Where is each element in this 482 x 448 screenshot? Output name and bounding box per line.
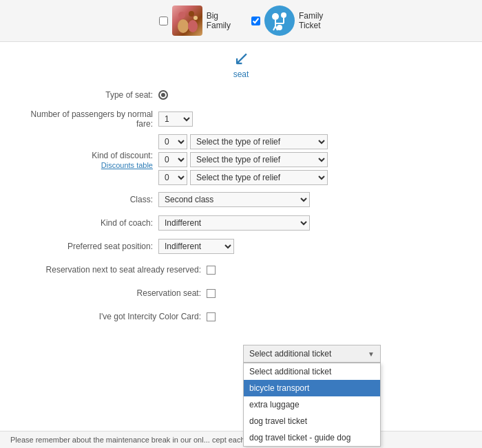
discount-relief-1[interactable]: Select the type of relief xyxy=(190,134,328,149)
additional-ticket-container: Select additional ticket ▼ Select additi… xyxy=(243,345,381,363)
discount-row: Kind of discount: Discounts table 012 Se… xyxy=(14,134,468,185)
footer: Please remember about the maintenance br… xyxy=(0,431,482,448)
coach-select[interactable]: Indifferent Couchette Sleeping xyxy=(158,215,310,231)
seat-icon: ↙ xyxy=(233,49,249,68)
passengers-select[interactable]: 1 2 3 xyxy=(158,111,193,127)
reservation-next-label: Reservation next to seat already reserve… xyxy=(14,265,207,275)
discount-qty-2[interactable]: 012 xyxy=(158,152,187,167)
dropdown-item-dog-guide[interactable]: dog travel ticket - guide dog xyxy=(244,429,380,446)
intercity-checkbox[interactable] xyxy=(207,312,216,321)
discount-label: Kind of discount: xyxy=(92,151,153,160)
coach-row: Kind of coach: Indifferent Couchette Sle… xyxy=(14,214,468,232)
additional-ticket-menu: Select additional ticket bicycle transpo… xyxy=(243,363,381,447)
big-family-label: Big Family xyxy=(207,11,231,30)
reservation-seat-row: Reservation seat: xyxy=(14,284,468,302)
reservation-next-checkbox[interactable] xyxy=(207,266,216,275)
top-bar: Big Family Family Ticket xyxy=(0,0,482,42)
svg-point-7 xyxy=(281,12,286,18)
svg-point-3 xyxy=(188,20,198,32)
big-family-icon xyxy=(172,6,202,36)
discount-relief-3[interactable]: Select the type of relief xyxy=(190,170,328,185)
type-of-seat-label: Type of seat: xyxy=(14,90,158,100)
reservation-next-row: Reservation next to seat already reserve… xyxy=(14,261,468,279)
class-select[interactable]: First class Second class No preference xyxy=(158,192,310,207)
dropdown-item-select[interactable]: Select additional ticket xyxy=(244,363,380,380)
class-label: Class: xyxy=(14,195,158,204)
coach-label: Kind of coach: xyxy=(14,218,158,228)
big-family-checkbox[interactable] xyxy=(159,17,168,25)
seat-position-select[interactable]: Indifferent Window Aisle xyxy=(158,239,234,254)
dropdown-item-dog[interactable]: dog travel ticket xyxy=(244,413,380,429)
seat-label: seat xyxy=(233,70,249,79)
discount-group: 012 Select the type of relief 012 Select… xyxy=(158,134,328,185)
passengers-row: Number of passengers by normal fare: 1 2… xyxy=(14,109,468,129)
svg-point-4 xyxy=(193,16,198,20)
type-of-seat-radio[interactable] xyxy=(158,90,168,100)
svg-point-0 xyxy=(178,12,185,19)
discount-line-3: 012 Select the type of relief xyxy=(158,170,328,185)
dropdown-arrow-icon: ▼ xyxy=(368,350,375,358)
family-ticket-checkbox[interactable] xyxy=(251,17,260,25)
type-of-seat-row: Type of seat: xyxy=(14,86,468,104)
discount-line-2: 012 Select the type of relief xyxy=(158,152,328,167)
discount-line-1: 012 Select the type of relief xyxy=(158,134,328,149)
family-ticket-label: Family Ticket xyxy=(299,11,323,30)
svg-point-1 xyxy=(189,11,194,17)
class-row: Class: First class Second class No prefe… xyxy=(14,191,468,209)
additional-ticket-trigger-label: Select additional ticket xyxy=(249,349,331,359)
discount-qty-1[interactable]: 012 xyxy=(158,134,187,149)
family-ticket-icon xyxy=(264,6,295,36)
dropdown-item-luggage[interactable]: extra luggage xyxy=(244,396,380,413)
seat-position-label: Preferred seat position: xyxy=(14,242,158,251)
passengers-label: Number of passengers by normal fare: xyxy=(14,109,158,129)
reservation-seat-label: Reservation seat: xyxy=(14,288,207,298)
intercity-row: I've got Intercity Color Card: xyxy=(14,308,468,326)
svg-point-2 xyxy=(178,19,189,33)
discounts-table-link[interactable]: Discounts table xyxy=(101,161,153,169)
seat-position-row: Preferred seat position: Indifferent Win… xyxy=(14,237,468,255)
family-ticket-option[interactable]: Family Ticket xyxy=(251,6,323,36)
discount-qty-3[interactable]: 012 xyxy=(158,170,187,185)
discount-relief-2[interactable]: Select the type of relief xyxy=(190,152,328,167)
svg-point-6 xyxy=(272,13,279,20)
reservation-seat-checkbox[interactable] xyxy=(207,289,216,298)
additional-ticket-trigger[interactable]: Select additional ticket ▼ xyxy=(243,345,381,363)
dropdown-item-bicycle[interactable]: bicycle transport xyxy=(244,380,380,396)
intercity-label: I've got Intercity Color Card: xyxy=(14,312,207,321)
seat-header: ↙ seat xyxy=(14,49,468,79)
big-family-option[interactable]: Big Family xyxy=(159,6,231,36)
